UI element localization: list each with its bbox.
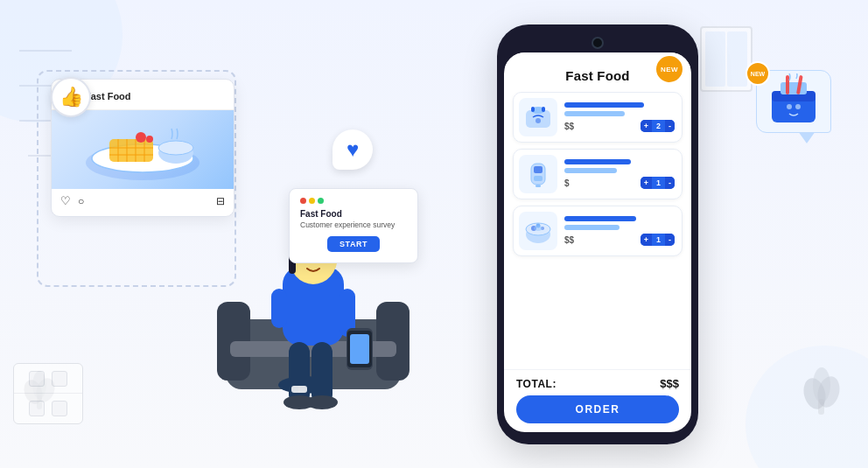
qty-plus-2[interactable]: + [640, 177, 652, 189]
survey-title: Fast Food [300, 209, 407, 219]
survey-start-button[interactable]: START [327, 236, 380, 252]
dot-green [318, 198, 324, 204]
svg-rect-43 [542, 107, 545, 112]
phone-menu-list: $$ + 2 - [504, 92, 691, 369]
social-card-title: Fast Food [85, 91, 131, 101]
svg-point-16 [158, 141, 193, 155]
menu-item-3-price: $$ [564, 235, 574, 245]
heart-icon-bubble: ♥ [346, 137, 359, 162]
new-badge: NEW [654, 54, 684, 84]
phone-camera-area [504, 37, 691, 49]
svg-rect-58 [786, 75, 789, 94]
menu-item-3: $$ + 1 - [513, 206, 682, 256]
food-plate-illustration [73, 115, 213, 185]
phone-total-label: TOTAL: [516, 378, 556, 390]
deco-cabinet [13, 363, 83, 424]
main-scene: 👍 FF Fast Food [0, 0, 868, 468]
phone-shell: ▐▐ 📶 Fast Food $$ [497, 24, 698, 444]
dot-red [300, 198, 306, 204]
person-illustration [217, 127, 410, 419]
phone-camera [592, 37, 604, 49]
right-food-container: NEW [756, 70, 831, 133]
heart-icon[interactable]: ♡ [60, 194, 71, 207]
svg-point-61 [795, 104, 801, 109]
qty-num-2: 1 [652, 177, 665, 189]
menu-item-2: $ + 1 - [513, 149, 682, 199]
phone-total-area: TOTAL: $$$ [504, 369, 691, 395]
svg-point-44 [536, 118, 541, 123]
phone-order-button[interactable]: ORDER [516, 395, 679, 423]
right-food-new-badge: NEW [746, 61, 770, 86]
qty-plus-3[interactable]: + [640, 234, 652, 246]
phone-total-value: $$$ [660, 377, 679, 390]
plant-right-svg [797, 353, 845, 415]
svg-rect-48 [536, 185, 541, 187]
deco-window [700, 26, 752, 92]
dot-yellow [309, 198, 315, 204]
menu-item-1-icon [519, 98, 557, 136]
qty-minus-3[interactable]: - [665, 234, 675, 246]
menu-item-1-bar-1 [564, 102, 644, 108]
svg-point-69 [813, 367, 830, 402]
menu-item-2-qty[interactable]: + 1 - [640, 177, 675, 189]
phone-container: ▐▐ 📶 Fast Food $$ [497, 24, 698, 444]
social-card-image [52, 110, 234, 189]
thumbs-up-badge: 👍 [51, 77, 91, 117]
menu-item-2-info: $ + 1 - [564, 159, 675, 189]
svg-rect-32 [350, 334, 369, 364]
menu-item-3-qty[interactable]: + 1 - [640, 234, 675, 246]
menu-item-1-price-row: $$ + 2 - [564, 120, 675, 132]
svg-point-60 [787, 104, 792, 109]
svg-rect-42 [531, 107, 535, 112]
svg-point-54 [534, 226, 542, 231]
svg-rect-57 [780, 82, 807, 94]
menu-item-2-price: $ [564, 178, 570, 188]
plant-right [797, 353, 845, 423]
menu-item-3-bar-1 [564, 216, 636, 221]
thumbs-up-icon: 👍 [60, 86, 83, 108]
phone-screen: ▐▐ 📶 Fast Food $$ [504, 52, 691, 432]
svg-rect-46 [534, 166, 542, 173]
svg-point-13 [136, 132, 146, 143]
menu-item-1-info: $$ + 2 - [564, 102, 675, 132]
menu-item-2-icon [519, 155, 557, 193]
social-card-actions: ♡ ○ ⊟ [52, 189, 234, 207]
svg-rect-47 [534, 176, 542, 181]
svg-rect-6 [109, 139, 153, 162]
menu-item-2-price-row: $ + 1 - [564, 177, 675, 189]
qty-minus-2[interactable]: - [665, 177, 675, 189]
menu-item-3-icon [519, 212, 557, 250]
qty-num-3: 1 [652, 234, 665, 246]
qty-num-1: 2 [652, 120, 665, 132]
survey-popup: Fast Food Customer experience survey STA… [289, 188, 418, 263]
qty-plus-1[interactable]: + [640, 120, 652, 132]
qty-minus-1[interactable]: - [665, 120, 675, 132]
menu-item-1-price: $$ [564, 122, 574, 131]
survey-popup-header-dots [300, 198, 407, 204]
heart-bubble: ♥ [332, 129, 373, 170]
bubble-tail [798, 131, 816, 143]
menu-item-3-info: $$ + 1 - [564, 216, 675, 246]
svg-rect-33 [271, 289, 287, 328]
person-svg [217, 127, 410, 416]
right-food-svg [763, 73, 824, 129]
svg-point-14 [146, 136, 153, 143]
menu-item-1: $$ + 2 - [513, 92, 682, 143]
menu-item-1-qty[interactable]: + 2 - [640, 120, 675, 132]
menu-item-2-bar-2 [564, 168, 617, 173]
menu-item-3-price-row: $$ + 1 - [564, 234, 675, 246]
menu-item-3-bar-2 [564, 225, 620, 230]
menu-item-1-bar-2 [564, 111, 625, 116]
comment-icon[interactable]: ○ [78, 195, 84, 207]
svg-point-37 [306, 395, 338, 409]
menu-item-2-bar-1 [564, 159, 631, 164]
survey-subtitle: Customer experience survey [300, 220, 407, 229]
